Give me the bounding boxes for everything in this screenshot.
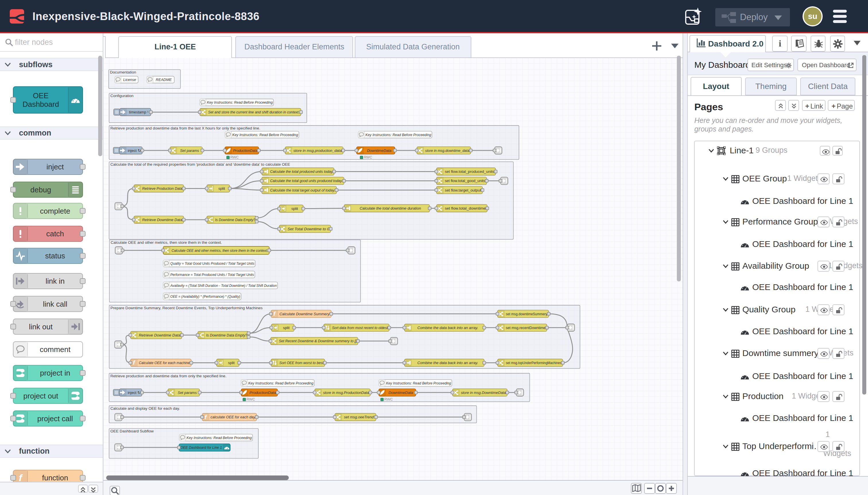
svg-text:function: function <box>42 473 68 482</box>
svg-text:Performance = Total Produced U: Performance = Total Produced Units / Tot… <box>170 272 254 276</box>
svg-text:Calculate the total produced u: Calculate the total produced units today <box>270 169 333 173</box>
svg-text:Set and store the current line: Set and store the current line and shift… <box>208 110 300 114</box>
svg-text:Retrieve production and downti: Retrieve production and downtime data fr… <box>110 374 226 378</box>
svg-text:DowntimeData: DowntimeData <box>367 148 391 152</box>
svg-text:Availavity = (Total Shift Dura: Availavity = (Total Shift Duration - Tot… <box>170 283 277 287</box>
svg-text:Key Instructions: Read Before: Key Instructions: Read Before Proceeding <box>232 132 298 137</box>
svg-text:Retrieve production and downti: Retrieve production and downtime data fr… <box>110 126 260 130</box>
svg-text:split: split <box>291 206 298 210</box>
svg-text:RWC: RWC <box>364 155 372 159</box>
svg-text:RWC: RWC <box>246 397 255 401</box>
svg-text:Combine the data back into an: Combine the data back into an array. <box>417 325 478 330</box>
svg-text:set flow.total_good_units: set flow.total_good_units <box>445 178 485 183</box>
svg-text:set msg.oeeTrend: set msg.oeeTrend <box>344 415 374 419</box>
svg-text:common: common <box>19 129 51 137</box>
svg-text:Calculate OEE for each machine: Calculate OEE for each machine <box>139 360 190 365</box>
svg-text:Set params: Set params <box>180 148 199 152</box>
svg-text:catch: catch <box>46 229 64 238</box>
svg-text:complete: complete <box>40 206 70 215</box>
svg-text:Calculate the total target out: Calculate the total target output of tod… <box>270 188 335 192</box>
svg-text:status: status <box>45 251 65 260</box>
svg-text:Key Instructions: Read Before: Key Instructions: Read Before Proceeding <box>386 381 451 385</box>
svg-text:link in: link in <box>46 276 65 285</box>
svg-text:set flow.total_produced_units: set flow.total_produced_units <box>445 169 494 173</box>
svg-text:inject: inject <box>47 162 64 171</box>
svg-text:Calculate the total downtime d: Calculate the total downtime duration <box>360 206 421 210</box>
svg-text:Configuration: Configuration <box>110 93 134 98</box>
svg-text:store in msg.production_data: store in msg.production_data <box>293 148 342 152</box>
svg-text:store in msg.downtime_data: store in msg.downtime_data <box>425 148 469 152</box>
svg-text:split: split <box>283 325 290 330</box>
svg-text:Calculate OEE and other metric: Calculate OEE and other metrics, then st… <box>110 240 222 244</box>
svg-text:OEE Dashboard for Line 1: OEE Dashboard for Line 1 <box>180 445 222 449</box>
svg-text:set msg.downtimeSummery: set msg.downtimeSummery <box>506 311 548 316</box>
svg-text:Retrieve Downtime Data: Retrieve Downtime Data <box>142 217 182 222</box>
svg-text:inject ↻: inject ↻ <box>128 148 141 152</box>
svg-text:README: README <box>156 77 172 82</box>
svg-text:split: split <box>228 360 235 365</box>
svg-text:Calculate the total good units: Calculate the total good units produced … <box>270 178 343 183</box>
svg-text:Retrieve Downtime Data: Retrieve Downtime Data <box>139 333 180 337</box>
svg-text:Key Instructions: Read Before: Key Instructions: Read Before Proceeding <box>187 435 252 440</box>
svg-text:Key Instructions: Read Before: Key Instructions: Read Before Proceeding <box>207 100 273 104</box>
svg-text:project out: project out <box>23 391 58 400</box>
svg-text:ProductionData: ProductionData <box>233 148 257 152</box>
svg-text:Sort data from most recent to: Sort data from most recent to oldest <box>332 325 388 330</box>
svg-text:Calculate the total of the req: Calculate the total of the required prop… <box>110 162 290 166</box>
svg-text:set flow.total_downtime: set flow.total_downtime <box>445 206 486 210</box>
svg-text:Calculate Downtime Summery: Calculate Downtime Summery <box>279 311 330 316</box>
svg-text:inject ↻: inject ↻ <box>128 390 141 394</box>
svg-text:calculate OEE for each day: calculate OEE for each day <box>210 415 256 419</box>
svg-text:OEE = (Availability) * (Perfor: OEE = (Availability) * (Performance) * (… <box>170 294 240 298</box>
svg-text:function: function <box>19 446 49 455</box>
svg-text:store in msg.ProductionData: store in msg.ProductionData <box>323 390 369 394</box>
svg-text:ProductionData: ProductionData <box>249 390 276 394</box>
svg-text:split: split <box>219 186 225 190</box>
svg-text:Calculate OEE and other metric: Calculate OEE and other metrics, then st… <box>171 248 268 252</box>
svg-text:Documentation: Documentation <box>110 70 136 74</box>
svg-text:OEE Dashboard Subflow: OEE Dashboard Subflow <box>110 429 154 433</box>
svg-text:Quality = Total Good Units Pro: Quality = Total Good Units Produced / To… <box>170 261 254 265</box>
svg-text:Set params: Set params <box>178 390 197 394</box>
svg-text:project in: project in <box>40 369 70 377</box>
svg-text:Sort OEE from worst to best: Sort OEE from worst to best <box>279 360 324 365</box>
svg-text:set flow.target_output: set flow.target_output <box>445 188 481 192</box>
svg-text:OEE: OEE <box>33 91 49 100</box>
svg-text:License: License <box>123 77 136 82</box>
svg-text:link call: link call <box>43 300 67 308</box>
svg-text:set msg.topUnderPerformingMach: set msg.topUnderPerformingMachines <box>506 360 561 365</box>
svg-text:link out: link out <box>29 322 53 331</box>
svg-text:Retrieve Production Data: Retrieve Production Data <box>142 186 182 190</box>
svg-text:Is Downtime Data Empty?: Is Downtime Data Empty? <box>206 333 247 337</box>
svg-text:Key Instructions: Read Before: Key Instructions: Read Before Proceeding <box>248 381 314 385</box>
svg-text:Key Instructions: Read Before: Key Instructions: Read Before Proceeding <box>365 132 431 137</box>
svg-text:Prepare Downtime Summary, Rece: Prepare Downtime Summary, Recent Downtim… <box>110 306 263 310</box>
svg-text:DowntimeData: DowntimeData <box>389 390 413 394</box>
svg-text:Is Downtime Data Empty?: Is Downtime Data Empty? <box>215 217 256 222</box>
svg-text:store in msg.DowntimeData: store in msg.DowntimeData <box>461 390 506 394</box>
svg-text:Set Recent Downtime & Downtime: Set Recent Downtime & Downtime summery t… <box>279 339 357 343</box>
svg-text:timestamp ¹: timestamp ¹ <box>129 110 149 114</box>
svg-text:Set Total Downtime to 0: Set Total Downtime to 0 <box>288 226 330 231</box>
svg-text:Dashboard: Dashboard <box>22 100 59 108</box>
svg-text:Combine the data back into an: Combine the data back into an array. <box>417 360 478 365</box>
svg-text:comment: comment <box>40 345 71 354</box>
svg-text:debug: debug <box>31 185 51 194</box>
svg-text:RWC: RWC <box>384 397 393 401</box>
svg-text:project call: project call <box>37 414 73 423</box>
svg-text:Calculate and display OEE for: Calculate and display OEE for each day. <box>110 406 180 410</box>
svg-text:RWC: RWC <box>230 155 239 159</box>
svg-text:subflows: subflows <box>19 60 53 69</box>
svg-text:set msg.recentDowntime: set msg.recentDowntime <box>506 325 545 330</box>
